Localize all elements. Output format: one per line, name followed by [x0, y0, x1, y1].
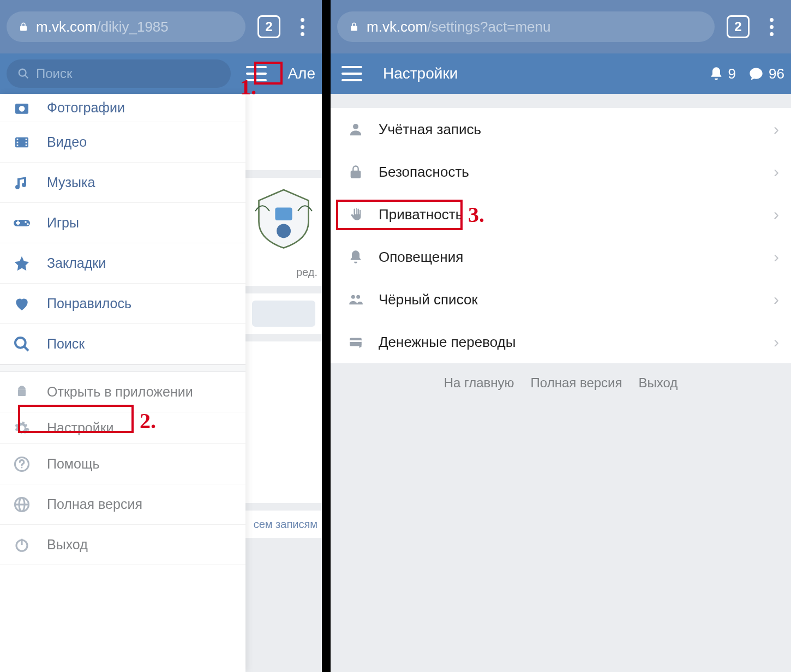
- browser-menu-icon[interactable]: [295, 18, 310, 36]
- camera-icon: [11, 97, 33, 119]
- chevron-right-icon: ›: [774, 163, 779, 181]
- menu-item-search[interactable]: Поиск: [0, 324, 245, 364]
- svg-point-29: [277, 224, 291, 238]
- footer-link-logout[interactable]: Выход: [639, 375, 678, 391]
- url-path: /settings?act=menu: [427, 19, 550, 35]
- settings-list: Учётная запись › Безопасность › Приватно…: [331, 108, 791, 363]
- setting-notifications[interactable]: Оповещения ›: [331, 236, 791, 278]
- notif-count: 9: [728, 65, 736, 82]
- setting-account[interactable]: Учётная запись ›: [331, 108, 791, 151]
- lock-icon: [345, 161, 367, 183]
- svg-rect-13: [17, 220, 19, 225]
- panel-divider: [322, 0, 331, 672]
- url-bar-left[interactable]: m.vk.com/dikiy_1985: [7, 11, 245, 42]
- chevron-right-icon: ›: [774, 290, 779, 309]
- right-screenshot: m.vk.com/settings?act=menu 2 Настройки 9…: [331, 0, 791, 672]
- svg-rect-34: [350, 340, 362, 342]
- bell-icon: [345, 246, 367, 268]
- tabs-button[interactable]: 2: [257, 15, 280, 38]
- bell-icon: [709, 65, 724, 82]
- globe-icon: [11, 494, 33, 515]
- browser-bar-right: m.vk.com/settings?act=menu 2: [331, 0, 791, 53]
- svg-point-31: [351, 295, 355, 299]
- tabs-button[interactable]: 2: [727, 15, 750, 38]
- svg-point-32: [356, 295, 360, 299]
- svg-line-1: [25, 75, 28, 79]
- menu-item-open-app[interactable]: Открыть в приложении: [0, 372, 245, 412]
- url-bar-right[interactable]: m.vk.com/settings?act=menu: [337, 11, 715, 42]
- heart-icon: [11, 293, 33, 315]
- android-icon: [11, 381, 33, 403]
- svg-rect-9: [26, 141, 27, 143]
- menu-item-bookmarks[interactable]: Закладки: [0, 243, 245, 284]
- menu-item-liked[interactable]: Понравилось: [0, 284, 245, 324]
- svg-rect-8: [26, 139, 27, 140]
- menu-item-photos[interactable]: Фотографии: [0, 94, 245, 122]
- left-screenshot: m.vk.com/dikiy_1985 2 Поиск Але Фотограф…: [0, 0, 322, 672]
- chevron-right-icon: ›: [774, 120, 779, 139]
- svg-rect-28: [275, 208, 292, 220]
- svg-point-15: [27, 223, 29, 225]
- menu-item-full-version[interactable]: Полная версия: [0, 484, 245, 525]
- footer-link-home[interactable]: На главную: [444, 375, 514, 391]
- setting-blacklist[interactable]: Чёрный список ›: [331, 278, 791, 321]
- all-posts-text[interactable]: сем записям: [245, 511, 322, 538]
- hand-icon: [345, 203, 367, 225]
- video-icon: [11, 131, 33, 153]
- profile-background: ред. сем записям: [245, 94, 322, 672]
- footer-link-full[interactable]: Полная версия: [531, 375, 622, 391]
- messages-button[interactable]: 96: [748, 65, 784, 82]
- card-icon: [345, 331, 367, 353]
- svg-rect-5: [17, 139, 19, 140]
- menu-item-help[interactable]: Помощь: [0, 444, 245, 484]
- svg-rect-10: [26, 145, 27, 146]
- hamburger-icon[interactable]: [341, 66, 362, 81]
- svg-point-16: [15, 338, 26, 348]
- help-icon: [11, 453, 33, 475]
- setting-security[interactable]: Безопасность ›: [331, 151, 791, 193]
- menu-item-games[interactable]: Игры: [0, 203, 245, 243]
- url-domain: m.vk.com: [36, 19, 97, 35]
- chat-icon: [748, 66, 764, 81]
- svg-point-3: [19, 106, 25, 112]
- gear-icon: [11, 417, 33, 439]
- menu-item-settings[interactable]: Настройки: [0, 412, 245, 444]
- action-button[interactable]: [252, 301, 315, 327]
- search-input[interactable]: Поиск: [7, 59, 231, 88]
- browser-menu-icon[interactable]: [764, 18, 779, 36]
- edit-text[interactable]: ред.: [245, 259, 322, 286]
- vk-header-left: Поиск Але: [0, 53, 322, 94]
- lock-icon: [19, 21, 28, 33]
- url-domain: m.vk.com: [367, 19, 427, 35]
- setting-money[interactable]: Денежные переводы ›: [331, 321, 791, 363]
- setting-privacy[interactable]: Приватность ›: [331, 193, 791, 236]
- vk-header-right: Настройки 9 96: [331, 53, 791, 94]
- lock-icon: [349, 21, 359, 33]
- gamepad-icon: [11, 212, 33, 234]
- chevron-right-icon: ›: [774, 205, 779, 224]
- menu-item-music[interactable]: Музыка: [0, 163, 245, 203]
- chevron-right-icon: ›: [774, 248, 779, 266]
- profile-name: Але: [287, 65, 315, 82]
- search-icon: [17, 68, 29, 80]
- annotation-label-3: 3.: [468, 202, 484, 227]
- search-placeholder: Поиск: [36, 66, 73, 81]
- notifications-button[interactable]: 9: [709, 65, 736, 82]
- svg-rect-6: [17, 141, 19, 143]
- svg-point-22: [21, 467, 23, 469]
- svg-point-14: [25, 221, 27, 223]
- profile-emblem: [245, 178, 322, 259]
- menu-item-logout[interactable]: Выход: [0, 525, 245, 565]
- svg-rect-18: [18, 389, 26, 396]
- music-icon: [11, 172, 33, 194]
- svg-rect-7: [17, 145, 19, 146]
- msg-count: 96: [769, 65, 784, 82]
- menu-item-video[interactable]: Видео: [0, 122, 245, 163]
- people-icon: [345, 289, 367, 310]
- browser-bar-left: m.vk.com/dikiy_1985 2: [0, 0, 322, 53]
- chevron-right-icon: ›: [774, 333, 779, 351]
- page-title: Настройки: [383, 65, 458, 82]
- annotation-label-2: 2.: [140, 408, 156, 434]
- url-path: /dikiy_1985: [97, 19, 169, 35]
- search-icon: [11, 333, 33, 355]
